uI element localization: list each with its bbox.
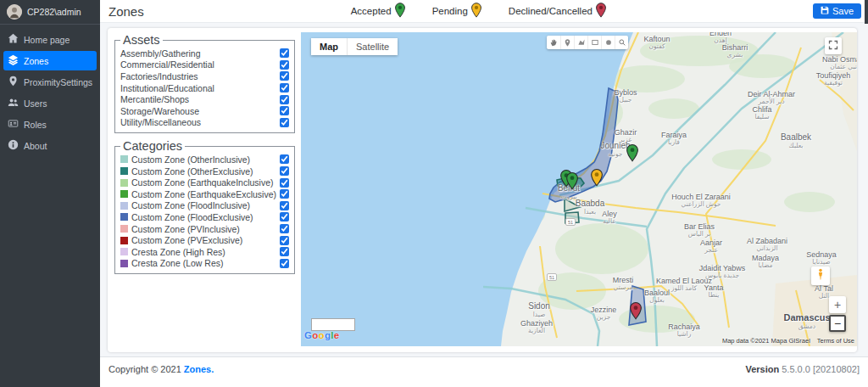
asset-checkbox-utility-miscellaneous[interactable] <box>280 118 289 127</box>
users-icon <box>8 97 19 109</box>
content-card: Assets Assembly/GatheringCommercial/Resi… <box>108 28 857 352</box>
categories-panel-title: Categories <box>120 139 185 153</box>
footer-brand-link[interactable]: Zones. <box>184 364 214 374</box>
category-row-custom-zone-earthquakeinclusive: Custom Zone (EarthquakeInclusive) <box>120 177 289 188</box>
category-row-custom-zone-pvinclusive: Custom Zone (PVInclusive) <box>120 223 289 235</box>
legend-label: Accepted <box>351 6 392 16</box>
category-color-swatch <box>120 202 128 210</box>
asset-checkbox-mercantile-shops[interactable] <box>280 95 289 104</box>
categories-panel: Categories Custom Zone (OtherInclusive)C… <box>114 139 295 274</box>
user-avatar <box>7 4 22 20</box>
sidebar-item-label: Roles <box>24 120 47 130</box>
category-checkbox-cresta-zone-low-res[interactable] <box>280 259 289 268</box>
map-attribution: Map data ©2021 Mapa GISrael Terms of Use <box>722 337 854 345</box>
category-checkbox-custom-zone-floodinclusive[interactable] <box>280 201 289 210</box>
category-row-custom-zone-earthquakeexclusive: Custom Zone (EarthquakeExclusive) <box>120 188 289 200</box>
category-color-swatch <box>120 190 128 198</box>
sidebar-item-users[interactable]: Users <box>3 93 97 113</box>
pegman-icon <box>815 268 826 283</box>
map-canvas[interactable]: ByblosجبيلGhazirغزيرJouniehجونيهFaraiyaف… <box>301 32 857 346</box>
category-row-custom-zone-otherinclusive: Custom Zone (OtherInclusive) <box>120 154 289 165</box>
category-row-cresta-zone-low-res: Cresta Zone (Low Res) <box>120 258 289 270</box>
category-color-swatch <box>120 213 128 221</box>
draw-tool-marker-button[interactable] <box>560 36 574 49</box>
draw-tool-circle-button[interactable] <box>601 36 615 49</box>
asset-row-factories-industries: Factories/Industries <box>120 70 289 82</box>
map-tab-map[interactable]: Map <box>311 38 347 55</box>
copyright-text: Copyright © 2021 <box>108 364 181 374</box>
legend-item-pending: Pending <box>432 3 481 20</box>
home-icon <box>8 33 19 46</box>
legend-label: Pending <box>432 6 468 16</box>
draw-tool-rectangle-button[interactable] <box>587 36 601 49</box>
map-type-control: MapSatellite <box>311 38 398 55</box>
category-checkbox-custom-zone-floodexclusive[interactable] <box>280 212 289 222</box>
sidebar-brand[interactable]: CP282\admin <box>0 0 100 25</box>
accepted-pin-icon <box>395 3 405 20</box>
category-row-custom-zone-otherexclusive: Custom Zone (OtherExclusive) <box>120 165 289 177</box>
google-logo[interactable]: Google <box>304 330 339 340</box>
category-checkbox-custom-zone-otherinclusive[interactable] <box>280 154 289 164</box>
category-label: Custom Zone (OtherInclusive) <box>131 154 250 165</box>
map-text-input[interactable] <box>311 318 355 331</box>
asset-checkbox-storage-warehouse[interactable] <box>280 106 289 115</box>
zoom-in-button[interactable]: + <box>829 296 846 313</box>
sidebar-item-label: ProximitySettings <box>24 77 92 87</box>
assets-list: Assembly/GatheringCommercial/Residential… <box>120 48 289 128</box>
asset-label: Storage/Warehouse <box>120 106 199 116</box>
sidebar-item-about[interactable]: About <box>3 136 97 155</box>
assets-panel-title: Assets <box>120 33 163 47</box>
terms-link[interactable]: Terms of Use <box>817 337 854 345</box>
category-label: Custom Zone (PVInclusive) <box>131 224 240 234</box>
asset-checkbox-institutional-educational[interactable] <box>280 83 289 93</box>
category-checkbox-custom-zone-otherexclusive[interactable] <box>280 166 289 176</box>
category-label: Custom Zone (PVExclusive) <box>131 235 242 245</box>
sidebar-item-label: Users <box>24 98 47 109</box>
asset-label: Utility/Miscellaneous <box>120 117 201 127</box>
asset-checkbox-assembly-gathering[interactable] <box>280 48 289 58</box>
declined-pin-icon <box>596 3 606 20</box>
asset-label: Commercial/Residential <box>120 59 214 70</box>
drawing-toolbar <box>547 36 628 49</box>
rectangle-icon <box>591 35 599 50</box>
category-label: Custom Zone (FloodExclusive) <box>131 212 253 222</box>
sidebar-item-zones[interactable]: Zones <box>3 51 97 70</box>
map-tab-satellite[interactable]: Satellite <box>347 38 398 55</box>
category-checkbox-custom-zone-earthquakeexclusive[interactable] <box>280 189 289 199</box>
draw-tool-polygon-button[interactable] <box>574 36 587 49</box>
category-color-swatch <box>120 248 128 255</box>
asset-checkbox-commercial-residential[interactable] <box>280 60 289 70</box>
category-color-swatch <box>120 260 128 267</box>
footer: Copyright © 2021 Zones. Version 5.5.0.0 … <box>100 356 868 387</box>
legend-item-declined: Declined/Cancelled <box>509 3 606 20</box>
category-checkbox-cresta-zone-high-res[interactable] <box>280 247 289 256</box>
page-title: Zones <box>100 4 144 19</box>
category-color-swatch <box>120 155 128 163</box>
asset-label: Factories/Industries <box>120 71 198 81</box>
fullscreen-button[interactable] <box>825 37 842 54</box>
category-row-cresta-zone-high-res: Cresta Zone (High Res) <box>120 246 289 258</box>
asset-row-storage-warehouse: Storage/Warehouse <box>120 105 289 117</box>
zoom-out-button[interactable]: − <box>829 315 846 332</box>
asset-row-commercial-residential: Commercial/Residential <box>120 59 289 71</box>
category-checkbox-custom-zone-pvinclusive[interactable] <box>280 224 289 233</box>
category-color-swatch <box>120 179 128 187</box>
sidebar-item-home[interactable]: Home page <box>3 30 97 49</box>
pegman-control[interactable] <box>811 266 830 285</box>
magnifier-icon <box>618 35 626 50</box>
category-checkbox-custom-zone-earthquakeinclusive[interactable] <box>280 178 289 188</box>
asset-checkbox-factories-industries[interactable] <box>280 71 289 81</box>
draw-tool-magnifier-button[interactable] <box>615 36 628 49</box>
category-checkbox-custom-zone-pvexclusive[interactable] <box>280 236 289 245</box>
save-button[interactable]: Save <box>813 3 861 19</box>
sidebar-item-proximity[interactable]: ProximitySettings <box>3 72 97 92</box>
draw-tool-hand-button[interactable] <box>547 36 560 49</box>
legend-label: Declined/Cancelled <box>509 6 593 16</box>
asset-row-utility-miscellaneous: Utility/Miscellaneous <box>120 117 289 129</box>
layers-icon <box>8 54 19 67</box>
pending-pin-icon <box>471 3 481 20</box>
scrollbar-edge[interactable] <box>865 0 868 24</box>
polygon-icon <box>577 35 586 50</box>
sidebar-item-roles[interactable]: Roles <box>3 115 97 134</box>
category-color-swatch <box>120 237 128 244</box>
